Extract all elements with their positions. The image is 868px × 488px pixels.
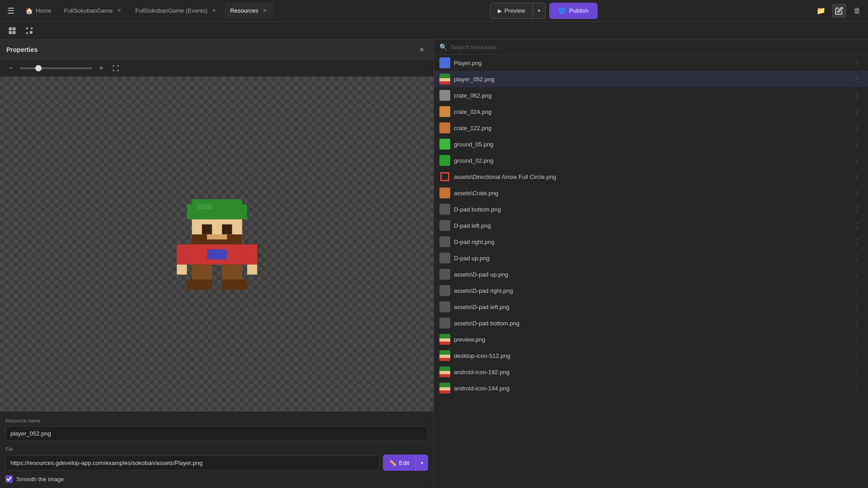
svg-rect-12 [202, 224, 212, 234]
tab-home[interactable]: 🏠 Home [20, 3, 57, 19]
file-group: File ✏️ Edit ▾ [5, 446, 428, 471]
list-item[interactable]: preview.png ⋮ [434, 331, 868, 347]
svg-rect-27 [222, 279, 247, 289]
resource-name: assets\D-pad up.png [454, 271, 848, 278]
resource-thumbnail [439, 253, 450, 263]
resource-more-button[interactable]: ⋮ [852, 90, 863, 101]
zoom-in-button[interactable]: + [96, 63, 107, 74]
resource-more-button[interactable]: ⋮ [852, 253, 863, 263]
list-item[interactable]: ground_02.png ⋮ [434, 152, 868, 169]
tab-events-label: FullSokobanGame (Events) [135, 7, 208, 14]
edit-label: Edit [399, 460, 409, 466]
list-item[interactable]: player_052.png ⋮ [434, 71, 868, 87]
list-item[interactable]: crate_062.png ⋮ [434, 87, 868, 103]
resource-name: assets\D-pad bottom.png [454, 320, 848, 327]
list-item[interactable]: assets\Directional Arrow Full Circle.png… [434, 169, 868, 185]
smooth-checkbox[interactable] [5, 475, 13, 483]
resource-more-button[interactable]: ⋮ [852, 155, 863, 166]
resource-more-button[interactable]: ⋮ [852, 171, 863, 182]
resource-name-input[interactable] [5, 426, 428, 441]
hamburger-menu-button[interactable]: ☰ [4, 4, 18, 18]
edit-button[interactable]: ✏️ Edit [383, 455, 415, 471]
list-item[interactable]: crate_024.png ⋮ [434, 103, 868, 120]
list-item[interactable]: android-icon-192.png ⋮ [434, 364, 868, 380]
list-item[interactable]: D-pad up.png ⋮ [434, 250, 868, 266]
publish-button[interactable]: 🌐 Publish [549, 3, 598, 19]
resource-more-button[interactable]: ⋮ [852, 269, 863, 280]
resource-more-button[interactable]: ⋮ [852, 366, 863, 377]
resource-more-button[interactable]: ⋮ [852, 350, 863, 361]
resource-more-button[interactable]: ⋮ [852, 188, 863, 198]
preview-dropdown-button[interactable]: ▾ [533, 3, 546, 19]
resource-thumbnail [439, 139, 450, 150]
resource-more-button[interactable]: ⋮ [852, 139, 863, 150]
resource-thumbnail [439, 236, 450, 247]
edit-dropdown-button[interactable]: ▾ [415, 455, 428, 471]
tab-resources-close[interactable]: ✕ [261, 7, 268, 14]
scene-view-button[interactable] [5, 24, 19, 38]
list-item[interactable]: android-icon-144.png ⋮ [434, 380, 868, 396]
resource-more-button[interactable]: ⋮ [852, 220, 863, 231]
list-item[interactable]: ground_05.png ⋮ [434, 136, 868, 152]
resource-thumbnail [439, 90, 450, 101]
resource-more-button[interactable]: ⋮ [852, 122, 863, 133]
resource-name-label: Resource name [5, 417, 428, 424]
list-item[interactable]: assets\Crate.png ⋮ [434, 185, 868, 201]
svg-rect-2 [9, 31, 12, 34]
list-item[interactable]: assets\D-pad up.png ⋮ [434, 266, 868, 282]
publish-label: Publish [569, 7, 589, 14]
zoom-slider[interactable] [20, 67, 92, 69]
resource-more-button[interactable]: ⋮ [852, 383, 863, 394]
resource-preview [176, 199, 258, 290]
list-item[interactable]: assets\D-pad left.png ⋮ [434, 299, 868, 315]
tab-events-close[interactable]: ✕ [210, 7, 217, 14]
svg-point-6 [26, 32, 28, 34]
search-input[interactable] [451, 44, 863, 51]
resource-more-button[interactable]: ⋮ [852, 301, 863, 312]
resource-list: Player.png ⋮ player_052.png ⋮ crate_062.… [434, 55, 868, 488]
resource-thumbnail [439, 122, 450, 133]
resource-name-group: Resource name [5, 417, 428, 441]
list-item[interactable]: D-pad left.png ⋮ [434, 217, 868, 234]
resource-more-button[interactable]: ⋮ [852, 334, 863, 345]
panel-close-button[interactable]: ✕ [416, 44, 427, 55]
play-icon: ▶ [498, 8, 502, 14]
delete-button[interactable]: 🗑 [850, 4, 864, 18]
zoom-out-button[interactable]: − [5, 63, 16, 74]
preview-button[interactable]: ▶ Preview [490, 3, 533, 19]
smooth-label[interactable]: Smooth the image [16, 476, 64, 483]
edit-icon [835, 7, 843, 15]
list-item[interactable]: D-pad bottom.png ⋮ [434, 201, 868, 217]
list-item[interactable]: assets\D-pad right.png ⋮ [434, 282, 868, 299]
tab-game-close[interactable]: ✕ [115, 7, 123, 14]
list-item[interactable]: Player.png ⋮ [434, 55, 868, 71]
resource-name: D-pad right.png [454, 239, 848, 245]
folder-button[interactable]: 📁 [814, 4, 828, 18]
list-item[interactable]: D-pad right.png ⋮ [434, 234, 868, 250]
file-input[interactable] [5, 455, 379, 470]
resource-more-button[interactable]: ⋮ [852, 204, 863, 215]
resource-more-button[interactable]: ⋮ [852, 106, 863, 117]
resource-more-button[interactable]: ⋮ [852, 318, 863, 328]
resource-more-button[interactable]: ⋮ [852, 57, 863, 68]
fullscreen-button[interactable] [110, 63, 121, 74]
assets-view-button[interactable] [23, 24, 36, 38]
resource-name: crate_122.png [454, 125, 848, 131]
topbar-center: ▶ Preview ▾ 🌐 Publish [275, 3, 812, 19]
edit-button[interactable] [832, 4, 846, 18]
list-item[interactable]: assets\D-pad bottom.png ⋮ [434, 315, 868, 331]
tab-events[interactable]: FullSokobanGame (Events) ✕ [130, 3, 223, 19]
svg-rect-9 [187, 204, 247, 219]
resource-more-button[interactable]: ⋮ [852, 236, 863, 247]
resource-more-button[interactable]: ⋮ [852, 74, 863, 84]
list-item[interactable]: crate_122.png ⋮ [434, 120, 868, 136]
topbar-right: 📁 🗑 [814, 4, 864, 18]
pencil-icon: ✏️ [389, 460, 396, 466]
properties-form: Resource name File ✏️ Edit ▾ [0, 412, 434, 488]
tab-resources[interactable]: Resources ✕ [225, 3, 274, 19]
resource-more-button[interactable]: ⋮ [852, 285, 863, 296]
tab-game[interactable]: FullSokobanGame ✕ [59, 3, 128, 19]
topbar: ☰ 🏠 Home FullSokobanGame ✕ FullSokobanGa… [0, 0, 868, 22]
tab-resources-label: Resources [230, 7, 258, 14]
list-item[interactable]: desktop-icon-512.png ⋮ [434, 347, 868, 364]
